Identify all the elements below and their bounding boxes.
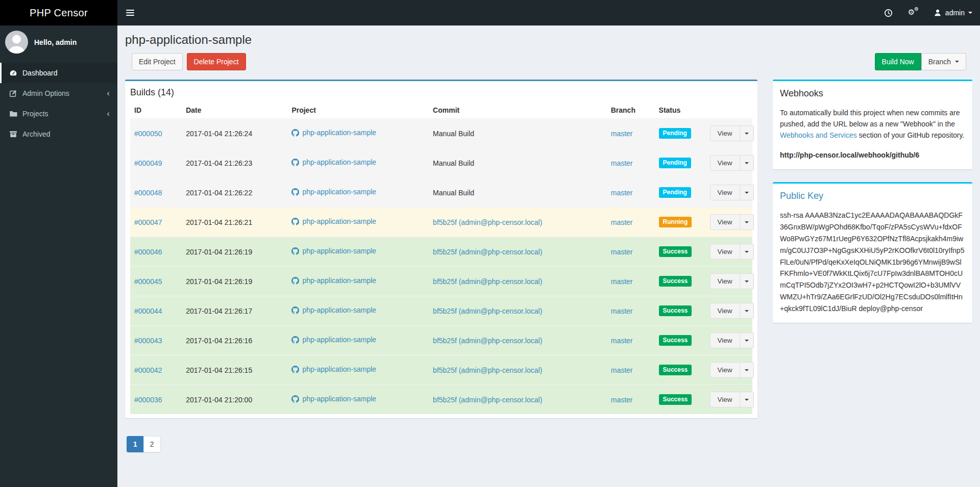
project-link-label: php-application-sample: [302, 395, 376, 403]
project-link-label: php-application-sample: [302, 217, 376, 225]
github-icon: [291, 218, 299, 225]
commit-link[interactable]: bf5b25f (admin@php-censor.local): [433, 337, 542, 345]
view-button[interactable]: View: [710, 362, 740, 378]
project-link[interactable]: php-application-sample: [291, 129, 376, 137]
project-link-label: php-application-sample: [302, 247, 376, 255]
sidebar-item-admin-options[interactable]: Admin Options ‹: [0, 83, 117, 104]
sidebar-toggle-button[interactable]: [117, 0, 143, 25]
pagination-page-2[interactable]: 2: [143, 436, 161, 452]
build-row: #000046 2017-01-04 21:26:19 php-applicat…: [130, 237, 752, 267]
view-dropdown-button[interactable]: [740, 303, 754, 319]
branch-link[interactable]: master: [611, 396, 633, 404]
pagination-page-1[interactable]: 1: [127, 436, 144, 452]
build-now-button[interactable]: Build Now: [875, 53, 921, 70]
folder-icon: [9, 110, 17, 118]
branch-link[interactable]: master: [611, 130, 633, 138]
project-link[interactable]: php-application-sample: [291, 247, 376, 255]
webhooks-services-link[interactable]: Webhooks and Services: [780, 131, 857, 139]
commit-link[interactable]: bf5b25f (admin@php-censor.local): [433, 307, 542, 315]
view-button[interactable]: View: [710, 125, 740, 141]
view-button[interactable]: View: [710, 155, 740, 171]
build-id-link[interactable]: #000044: [134, 307, 162, 315]
chevron-left-icon: ‹: [107, 111, 110, 117]
view-dropdown-button[interactable]: [740, 273, 754, 289]
build-id-link[interactable]: #000048: [134, 189, 162, 197]
view-button[interactable]: View: [710, 392, 740, 407]
sidebar-menu: Dashboard Admin Options ‹ Projects ‹ Arc…: [0, 63, 117, 144]
sidebar-item-archived[interactable]: Archived: [0, 124, 117, 144]
view-dropdown-button[interactable]: [740, 332, 754, 348]
build-id-link[interactable]: #000043: [134, 337, 162, 345]
view-dropdown-button[interactable]: [740, 125, 754, 141]
sidebar-item-label: Projects: [22, 110, 48, 118]
cogs-icon: ⚙⚙: [908, 8, 918, 18]
branch-dropdown-button[interactable]: Branch: [921, 53, 966, 70]
branch-link[interactable]: master: [611, 277, 633, 286]
edit-project-button[interactable]: Edit Project: [132, 53, 183, 70]
view-dropdown-button[interactable]: [740, 185, 754, 200]
commit-link[interactable]: bf5b25f (admin@php-censor.local): [433, 277, 542, 286]
brand-logo[interactable]: PHP Censor: [0, 0, 117, 25]
commit-link[interactable]: bf5b25f (admin@php-censor.local): [433, 396, 542, 404]
build-date: 2017-01-04 21:26:21: [182, 208, 287, 237]
gauge-icon: [9, 69, 17, 77]
status-badge: Pending: [659, 187, 691, 198]
view-dropdown-button[interactable]: [740, 214, 754, 230]
project-link[interactable]: php-application-sample: [291, 188, 376, 196]
project-link[interactable]: php-application-sample: [291, 158, 376, 166]
view-button[interactable]: View: [710, 185, 740, 200]
build-date: 2017-01-04 21:26:24: [182, 119, 287, 148]
project-link[interactable]: php-application-sample: [291, 217, 376, 225]
branch-link[interactable]: master: [611, 189, 633, 197]
branch-link[interactable]: master: [611, 218, 633, 226]
builds-panel-title: Builds (14): [130, 87, 174, 97]
view-dropdown-button[interactable]: [740, 392, 754, 407]
status-badge: Success: [659, 246, 692, 257]
build-id-link[interactable]: #000047: [134, 218, 162, 226]
view-dropdown-button[interactable]: [740, 155, 754, 171]
build-queue-menu[interactable]: [876, 0, 900, 25]
github-icon: [291, 159, 299, 166]
branch-link[interactable]: master: [611, 248, 633, 256]
build-row: #000047 2017-01-04 21:26:21 php-applicat…: [130, 208, 752, 237]
branch-link[interactable]: master: [611, 366, 633, 374]
build-id-link[interactable]: #000046: [134, 248, 162, 256]
status-badge: Success: [659, 335, 692, 346]
project-link[interactable]: php-application-sample: [291, 395, 376, 403]
project-toolbar: Edit Project Delete Project Build Now Br…: [132, 53, 966, 70]
commit-link[interactable]: bf5b25f (admin@php-censor.local): [433, 218, 542, 226]
branch-link[interactable]: master: [611, 337, 633, 345]
view-dropdown-button[interactable]: [740, 244, 754, 260]
branch-link[interactable]: master: [611, 159, 633, 167]
commit-link[interactable]: bf5b25f (admin@php-censor.local): [433, 366, 542, 374]
settings-menu[interactable]: ⚙⚙: [900, 0, 926, 25]
build-id-link[interactable]: #000036: [134, 396, 162, 404]
build-id-link[interactable]: #000045: [134, 277, 162, 286]
project-link[interactable]: php-application-sample: [291, 306, 376, 314]
user-menu[interactable]: admin: [926, 0, 980, 25]
project-link-label: php-application-sample: [302, 188, 376, 196]
view-button[interactable]: View: [710, 244, 740, 260]
status-badge: Success: [659, 276, 692, 287]
project-link[interactable]: php-application-sample: [291, 336, 376, 344]
sidebar-item-label: Archived: [22, 130, 50, 138]
build-id-link[interactable]: #000042: [134, 366, 162, 374]
build-row: #000042 2017-01-04 21:26:15 php-applicat…: [130, 355, 752, 385]
view-button[interactable]: View: [710, 303, 740, 319]
sidebar-item-projects[interactable]: Projects ‹: [0, 104, 117, 124]
build-id-link[interactable]: #000049: [134, 159, 162, 167]
project-link[interactable]: php-application-sample: [291, 365, 376, 373]
build-id-link[interactable]: #000050: [134, 130, 162, 138]
build-row: #000049 2017-01-04 21:26:23 php-applicat…: [130, 148, 752, 178]
view-dropdown-button[interactable]: [740, 362, 754, 378]
view-button[interactable]: View: [710, 273, 740, 289]
sidebar-item-dashboard[interactable]: Dashboard: [0, 63, 117, 83]
view-button[interactable]: View: [710, 214, 740, 230]
commit-text: Manual Build: [433, 130, 474, 138]
delete-project-button[interactable]: Delete Project: [187, 53, 246, 70]
branch-link[interactable]: master: [611, 307, 633, 315]
view-button[interactable]: View: [710, 332, 740, 348]
caret-down-icon: [745, 369, 749, 371]
project-link[interactable]: php-application-sample: [291, 276, 376, 285]
commit-link[interactable]: bf5b25f (admin@php-censor.local): [433, 248, 542, 256]
